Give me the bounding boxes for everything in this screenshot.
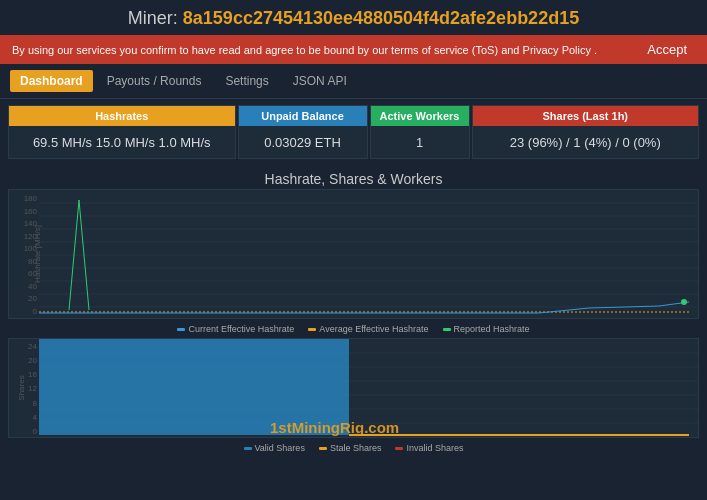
legend-dot-invalid [395,447,403,450]
chart1-wrapper: 1stMiningRig.com 180 160 140 120 100 80 … [0,189,707,319]
chart2-wrapper: 24 20 16 12 8 4 0 Shares [0,336,707,438]
legend-dot-average [308,328,316,331]
tos-bar: By using our services you confirm to hav… [0,35,707,64]
stats-row: Hashrates 69.5 MH/s 15.0 MH/s 1.0 MH/s U… [0,99,707,165]
svg-rect-16 [39,339,349,435]
shares-card: Shares (Last 1h) 23 (96%) / 1 (4%) / 0 (… [472,105,700,159]
hashrates-card: Hashrates 69.5 MH/s 15.0 MH/s 1.0 MH/s [8,105,236,159]
workers-label: Active Workers [371,106,469,126]
hashrates-value: 69.5 MH/s 15.0 MH/s 1.0 MH/s [9,126,235,158]
unpaid-label: Unpaid Balance [239,106,367,126]
legend-label-invalid: Invalid Shares [406,443,463,453]
nav-dashboard[interactable]: Dashboard [10,70,93,92]
legend-label-stale: Stale Shares [330,443,382,453]
legend-dot-reported [443,328,451,331]
legend-invalid: Invalid Shares [395,443,463,453]
legend-dot-stale [319,447,327,450]
legend-label-average: Average Effective Hashrate [319,324,428,334]
workers-card: Active Workers 1 [370,105,470,159]
unpaid-value: 0.03029 ETH [239,126,367,158]
hashrate-chart: 180 160 140 120 100 80 60 40 20 0 [8,189,699,319]
legend-reported: Reported Hashrate [443,324,530,334]
y-axis-label-hashrate: Hashrate [MH/s] [33,225,42,283]
chart-title: Hashrate, Shares & Workers [0,165,707,189]
miner-hash: 8a159cc27454130ee4880504f4d2afe2ebb22d15 [183,8,579,28]
hashrates-label: Hashrates [9,106,235,126]
shares-legend: Valid Shares Stale Shares Invalid Shares [0,441,707,455]
legend-label-valid: Valid Shares [255,443,305,453]
legend-label-reported: Reported Hashrate [454,324,530,334]
legend-dot-current [177,328,185,331]
workers-value: 1 [371,126,469,158]
legend-valid: Valid Shares [244,443,305,453]
hashrate-svg [39,190,698,320]
shares-value: 23 (96%) / 1 (4%) / 0 (0%) [473,126,699,158]
legend-dot-valid [244,447,252,450]
svg-point-9 [681,299,687,305]
nav-json-api[interactable]: JSON API [283,70,357,92]
accept-button[interactable]: Accept [639,40,695,59]
shares-label: Shares (Last 1h) [473,106,699,126]
header: Miner: 8a159cc27454130ee4880504f4d2afe2e… [0,0,707,35]
shares-chart: 24 20 16 12 8 4 0 Shares [8,338,699,438]
miner-label: Miner: [128,8,183,28]
navbar: Dashboard Payouts / Rounds Settings JSON… [0,64,707,99]
legend-stale: Stale Shares [319,443,382,453]
shares-svg [39,339,698,439]
nav-payouts-rounds[interactable]: Payouts / Rounds [97,70,212,92]
legend-current: Current Effective Hashrate [177,324,294,334]
hashrate-legend: Current Effective Hashrate Average Effec… [0,322,707,336]
page-title: Miner: 8a159cc27454130ee4880504f4d2afe2e… [0,8,707,29]
unpaid-card: Unpaid Balance 0.03029 ETH [238,105,368,159]
nav-settings[interactable]: Settings [215,70,278,92]
y-axis-label-shares: Shares [17,375,26,400]
legend-label-current: Current Effective Hashrate [188,324,294,334]
tos-message: By using our services you confirm to hav… [12,44,639,56]
legend-average: Average Effective Hashrate [308,324,428,334]
